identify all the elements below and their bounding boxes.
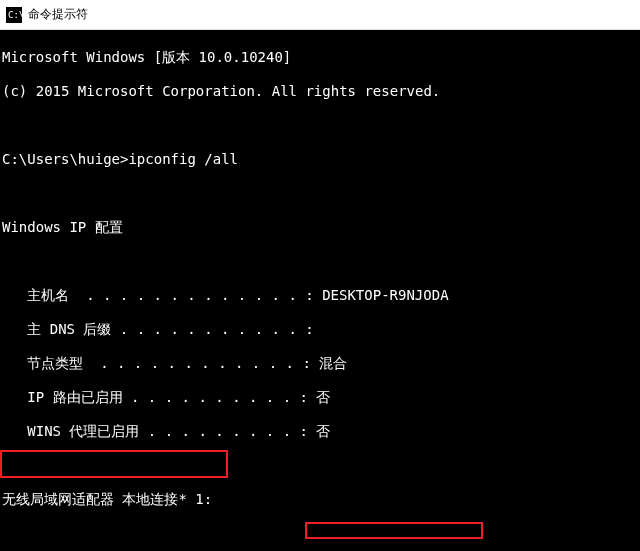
copyright-line: (c) 2015 Microsoft Corporation. All righ…	[2, 83, 640, 100]
terminal-output[interactable]: Microsoft Windows [版本 10.0.10240] (c) 20…	[0, 30, 640, 551]
window-titlebar: C:\ 命令提示符	[0, 0, 640, 30]
dns-suffix-row: 主 DNS 后缀 . . . . . . . . . . . :	[2, 321, 640, 338]
wins-proxy-label: WINS 代理已启用 . . . . . . . . . :	[2, 423, 316, 439]
prompt-line: C:\Users\huige>ipconfig /all	[2, 151, 640, 168]
wins-proxy-row: WINS 代理已启用 . . . . . . . . . : 否	[2, 423, 640, 440]
window-title: 命令提示符	[28, 6, 88, 23]
node-type-value: 混合	[319, 355, 347, 371]
node-type-row: 节点类型 . . . . . . . . . . . . : 混合	[2, 355, 640, 372]
wins-proxy-value: 否	[316, 423, 330, 439]
ip-routing-row: IP 路由已启用 . . . . . . . . . . : 否	[2, 389, 640, 406]
blank	[2, 185, 640, 202]
section-wireless: 无线局域网适配器 本地连接* 1:	[2, 491, 640, 508]
ip-routing-value: 否	[316, 389, 330, 405]
hostname-label: 主机名 . . . . . . . . . . . . . :	[2, 287, 322, 303]
node-type-label: 节点类型 . . . . . . . . . . . . :	[2, 355, 319, 371]
ip-routing-label: IP 路由已启用 . . . . . . . . . . :	[2, 389, 316, 405]
blank	[2, 525, 640, 542]
blank	[2, 457, 640, 474]
hostname-value: DESKTOP-R9NJODA	[322, 287, 448, 303]
blank	[2, 117, 640, 134]
section-ipconfig: Windows IP 配置	[2, 219, 640, 236]
blank	[2, 253, 640, 270]
version-line: Microsoft Windows [版本 10.0.10240]	[2, 49, 640, 66]
cmd-icon: C:\	[6, 7, 22, 23]
svg-text:C:\: C:\	[8, 10, 22, 20]
hostname-row: 主机名 . . . . . . . . . . . . . : DESKTOP-…	[2, 287, 640, 304]
